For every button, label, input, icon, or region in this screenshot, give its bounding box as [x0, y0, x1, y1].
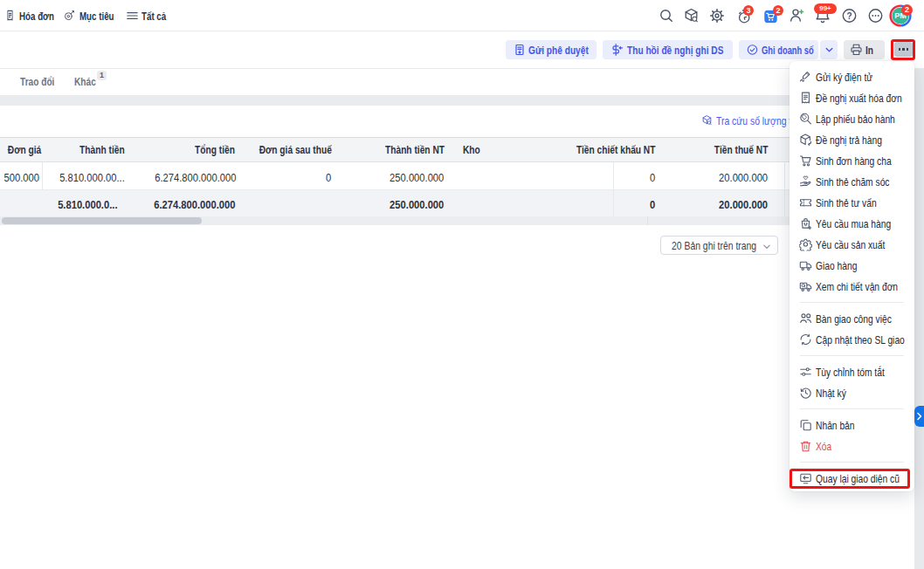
- svg-text:?: ?: [846, 11, 852, 21]
